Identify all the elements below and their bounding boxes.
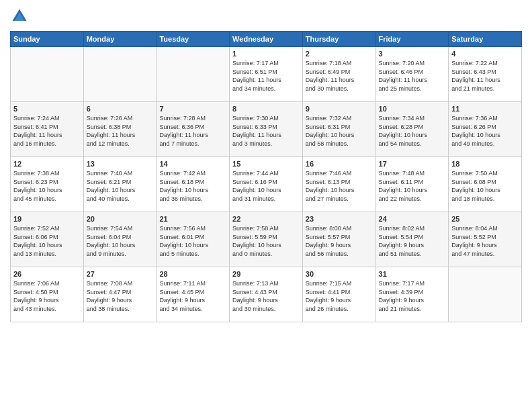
day-number: 19	[13, 215, 81, 223]
day-info: Sunrise: 7:06 AM Sunset: 4:50 PM Dayligh…	[13, 279, 81, 313]
day-info: Sunrise: 7:30 AM Sunset: 6:33 PM Dayligh…	[232, 114, 300, 148]
day-info: Sunrise: 7:36 AM Sunset: 6:26 PM Dayligh…	[451, 114, 519, 148]
day-info: Sunrise: 7:17 AM Sunset: 6:51 PM Dayligh…	[232, 59, 300, 93]
day-cell: 25Sunrise: 8:04 AM Sunset: 5:52 PM Dayli…	[449, 212, 522, 267]
day-number: 30	[306, 270, 373, 278]
day-number: 16	[306, 160, 373, 168]
day-info: Sunrise: 7:54 AM Sunset: 6:04 PM Dayligh…	[87, 224, 154, 258]
day-cell: 29Sunrise: 7:13 AM Sunset: 4:43 PM Dayli…	[230, 267, 303, 322]
day-header-thursday: Thursday	[302, 32, 375, 47]
day-cell: 27Sunrise: 7:08 AM Sunset: 4:47 PM Dayli…	[83, 267, 157, 322]
day-number: 24	[379, 215, 446, 223]
week-row-3: 12Sunrise: 7:38 AM Sunset: 6:23 PM Dayli…	[11, 157, 522, 212]
day-info: Sunrise: 7:52 AM Sunset: 6:06 PM Dayligh…	[13, 224, 81, 258]
day-header-friday: Friday	[375, 32, 449, 47]
day-cell: 7Sunrise: 7:28 AM Sunset: 6:36 PM Daylig…	[157, 102, 230, 157]
week-row-1: 1Sunrise: 7:17 AM Sunset: 6:51 PM Daylig…	[11, 47, 522, 102]
day-cell: 5Sunrise: 7:24 AM Sunset: 6:41 PM Daylig…	[11, 102, 84, 157]
day-cell: 20Sunrise: 7:54 AM Sunset: 6:04 PM Dayli…	[83, 212, 157, 267]
day-info: Sunrise: 7:22 AM Sunset: 6:43 PM Dayligh…	[451, 59, 519, 93]
week-row-4: 19Sunrise: 7:52 AM Sunset: 6:06 PM Dayli…	[11, 212, 522, 267]
day-number: 12	[13, 160, 81, 168]
day-number: 27	[87, 270, 154, 278]
day-number: 4	[451, 50, 519, 58]
header	[10, 7, 522, 26]
day-cell: 26Sunrise: 7:06 AM Sunset: 4:50 PM Dayli…	[11, 267, 84, 322]
day-number: 5	[13, 105, 81, 113]
day-number: 23	[306, 215, 373, 223]
day-info: Sunrise: 7:18 AM Sunset: 6:49 PM Dayligh…	[306, 59, 373, 93]
day-cell: 14Sunrise: 7:42 AM Sunset: 6:18 PM Dayli…	[157, 157, 230, 212]
day-cell: 31Sunrise: 7:17 AM Sunset: 4:39 PM Dayli…	[375, 267, 449, 322]
day-number: 17	[379, 160, 446, 168]
day-info: Sunrise: 7:48 AM Sunset: 6:11 PM Dayligh…	[379, 169, 446, 203]
day-cell	[83, 47, 157, 102]
day-info: Sunrise: 7:13 AM Sunset: 4:43 PM Dayligh…	[232, 279, 300, 313]
day-info: Sunrise: 7:11 AM Sunset: 4:45 PM Dayligh…	[159, 279, 226, 313]
day-number: 20	[87, 215, 154, 223]
day-number: 7	[159, 105, 226, 113]
day-number: 10	[379, 105, 446, 113]
day-header-monday: Monday	[83, 32, 157, 47]
day-info: Sunrise: 7:40 AM Sunset: 6:21 PM Dayligh…	[87, 169, 154, 203]
day-cell: 9Sunrise: 7:32 AM Sunset: 6:31 PM Daylig…	[302, 102, 375, 157]
day-cell: 1Sunrise: 7:17 AM Sunset: 6:51 PM Daylig…	[230, 47, 303, 102]
day-number: 2	[306, 50, 373, 58]
day-info: Sunrise: 7:46 AM Sunset: 6:13 PM Dayligh…	[306, 169, 373, 203]
day-cell: 12Sunrise: 7:38 AM Sunset: 6:23 PM Dayli…	[11, 157, 84, 212]
day-header-wednesday: Wednesday	[230, 32, 303, 47]
day-header-saturday: Saturday	[449, 32, 522, 47]
day-info: Sunrise: 7:58 AM Sunset: 5:59 PM Dayligh…	[232, 224, 300, 258]
day-cell: 18Sunrise: 7:50 AM Sunset: 6:08 PM Dayli…	[449, 157, 522, 212]
day-info: Sunrise: 8:00 AM Sunset: 5:57 PM Dayligh…	[306, 224, 373, 258]
day-info: Sunrise: 7:34 AM Sunset: 6:28 PM Dayligh…	[379, 114, 446, 148]
day-cell: 11Sunrise: 7:36 AM Sunset: 6:26 PM Dayli…	[449, 102, 522, 157]
day-info: Sunrise: 7:28 AM Sunset: 6:36 PM Dayligh…	[159, 114, 226, 148]
day-cell	[157, 47, 230, 102]
day-number: 3	[379, 50, 446, 58]
day-number: 1	[232, 50, 300, 58]
day-cell: 8Sunrise: 7:30 AM Sunset: 6:33 PM Daylig…	[230, 102, 303, 157]
day-cell: 16Sunrise: 7:46 AM Sunset: 6:13 PM Dayli…	[302, 157, 375, 212]
day-info: Sunrise: 7:17 AM Sunset: 4:39 PM Dayligh…	[379, 279, 446, 313]
day-info: Sunrise: 7:20 AM Sunset: 6:46 PM Dayligh…	[379, 59, 446, 93]
day-number: 13	[87, 160, 154, 168]
day-number: 6	[87, 105, 154, 113]
day-number: 18	[451, 160, 519, 168]
logo	[10, 7, 32, 26]
day-cell: 15Sunrise: 7:44 AM Sunset: 6:16 PM Dayli…	[230, 157, 303, 212]
day-cell: 24Sunrise: 8:02 AM Sunset: 5:54 PM Dayli…	[375, 212, 449, 267]
day-cell: 3Sunrise: 7:20 AM Sunset: 6:46 PM Daylig…	[375, 47, 449, 102]
day-info: Sunrise: 8:04 AM Sunset: 5:52 PM Dayligh…	[451, 224, 519, 258]
day-info: Sunrise: 7:15 AM Sunset: 4:41 PM Dayligh…	[306, 279, 373, 313]
day-number: 11	[451, 105, 519, 113]
week-row-5: 26Sunrise: 7:06 AM Sunset: 4:50 PM Dayli…	[11, 267, 522, 322]
day-cell: 2Sunrise: 7:18 AM Sunset: 6:49 PM Daylig…	[302, 47, 375, 102]
day-number: 21	[159, 215, 226, 223]
day-cell: 19Sunrise: 7:52 AM Sunset: 6:06 PM Dayli…	[11, 212, 84, 267]
day-cell: 23Sunrise: 8:00 AM Sunset: 5:57 PM Dayli…	[302, 212, 375, 267]
day-cell: 17Sunrise: 7:48 AM Sunset: 6:11 PM Dayli…	[375, 157, 449, 212]
day-info: Sunrise: 7:08 AM Sunset: 4:47 PM Dayligh…	[87, 279, 154, 313]
day-cell: 28Sunrise: 7:11 AM Sunset: 4:45 PM Dayli…	[157, 267, 230, 322]
week-row-2: 5Sunrise: 7:24 AM Sunset: 6:41 PM Daylig…	[11, 102, 522, 157]
day-number: 28	[159, 270, 226, 278]
day-number: 9	[306, 105, 373, 113]
day-info: Sunrise: 8:02 AM Sunset: 5:54 PM Dayligh…	[379, 224, 446, 258]
day-header-tuesday: Tuesday	[157, 32, 230, 47]
day-number: 31	[379, 270, 446, 278]
day-number: 25	[451, 215, 519, 223]
calendar-table: SundayMondayTuesdayWednesdayThursdayFrid…	[10, 31, 522, 322]
day-number: 26	[13, 270, 81, 278]
page: SundayMondayTuesdayWednesdayThursdayFrid…	[0, 0, 532, 411]
day-number: 22	[232, 215, 300, 223]
day-cell: 6Sunrise: 7:26 AM Sunset: 6:38 PM Daylig…	[83, 102, 157, 157]
day-header-sunday: Sunday	[11, 32, 84, 47]
day-number: 8	[232, 105, 300, 113]
day-cell: 22Sunrise: 7:58 AM Sunset: 5:59 PM Dayli…	[230, 212, 303, 267]
day-number: 29	[232, 270, 300, 278]
day-cell: 13Sunrise: 7:40 AM Sunset: 6:21 PM Dayli…	[83, 157, 157, 212]
logo-icon	[10, 7, 29, 26]
calendar-header-row: SundayMondayTuesdayWednesdayThursdayFrid…	[11, 32, 522, 47]
day-cell: 21Sunrise: 7:56 AM Sunset: 6:01 PM Dayli…	[157, 212, 230, 267]
